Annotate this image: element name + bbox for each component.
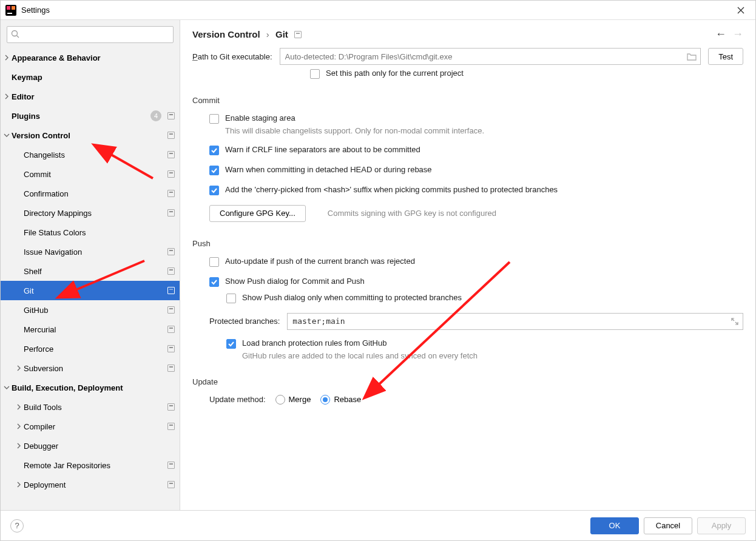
- tree-item-appearance-behavior[interactable]: Appearance & Behavior: [1, 48, 180, 67]
- protected-branches-input-wrap: [287, 313, 743, 330]
- show-push-protected-label: Show Push dialog only when committing to…: [242, 293, 462, 303]
- tree-item-plugins[interactable]: Plugins4: [1, 106, 180, 126]
- tree-item-changelists[interactable]: Changelists: [1, 145, 180, 164]
- tree-item-label: Confirmation: [24, 189, 165, 198]
- footer: ? OK Cancel Apply: [1, 510, 755, 540]
- ok-button[interactable]: OK: [590, 517, 639, 534]
- expand-icon[interactable]: [727, 318, 743, 325]
- tree-item-label: Appearance & Behavior: [12, 53, 175, 62]
- close-button[interactable]: [731, 1, 751, 20]
- tree-item-label: Issue Navigation: [24, 247, 165, 257]
- search-input[interactable]: [7, 26, 174, 43]
- warn-crlf-row: Warn if CRLF line separators are about t…: [209, 145, 743, 155]
- gpg-button[interactable]: Configure GPG Key...: [209, 205, 306, 222]
- auto-update-checkbox[interactable]: [209, 257, 219, 267]
- update-method-label: Update method:: [209, 395, 266, 404]
- project-scope-icon: [167, 170, 175, 178]
- tree-item-git[interactable]: Git: [1, 281, 180, 300]
- tree-item-remote-jar-repositories[interactable]: Remote Jar Repositories: [1, 455, 180, 475]
- breadcrumb-parent[interactable]: Version Control: [192, 29, 260, 39]
- tree-item-label: Deployment: [24, 480, 165, 489]
- tree-item-label: Build Tools: [24, 403, 165, 412]
- warn-crlf-checkbox[interactable]: [209, 146, 219, 155]
- window-title: Settings: [21, 5, 50, 15]
- tree-item-label: GitHub: [24, 306, 165, 315]
- tree-item-label: Directory Mappings: [24, 209, 165, 218]
- show-push-row: Show Push dialog for Commit and Push: [209, 277, 743, 287]
- tree-item-debugger[interactable]: Debugger: [1, 436, 180, 455]
- nav-back-icon[interactable]: ←: [715, 28, 726, 41]
- settings-window: Settings Appearance & BehaviorKeymapEdit…: [0, 0, 756, 541]
- rebase-label: Rebase: [334, 395, 361, 404]
- tree-item-label: Mercurial: [24, 325, 165, 334]
- git-path-row: Path to Git executable: Test: [192, 48, 743, 65]
- apply-button[interactable]: Apply: [697, 517, 746, 534]
- show-push-checkbox[interactable]: [209, 277, 219, 287]
- svg-rect-2: [12, 6, 15, 10]
- tree-item-shelf[interactable]: Shelf: [1, 261, 180, 281]
- show-push-protected-checkbox[interactable]: [226, 294, 236, 303]
- tree-item-label: Perforce: [24, 344, 165, 354]
- tree-item-compiler[interactable]: Compiler: [1, 417, 180, 436]
- warn-crlf-label: Warn if CRLF line separators are about t…: [225, 145, 420, 155]
- tree-item-commit[interactable]: Commit: [1, 164, 180, 184]
- chevron-right-icon: [14, 365, 24, 371]
- tree-item-github[interactable]: GitHub: [1, 300, 180, 320]
- warn-detached-row: Warn when committing in detached HEAD or…: [209, 165, 743, 175]
- cancel-button[interactable]: Cancel: [644, 517, 692, 534]
- tree-item-keymap[interactable]: Keymap: [1, 67, 180, 87]
- tree-item-mercurial[interactable]: Mercurial: [1, 320, 180, 339]
- tree-item-label: Compiler: [24, 422, 165, 431]
- cherry-pick-checkbox[interactable]: [209, 186, 219, 195]
- project-scope-icon: [167, 423, 175, 430]
- project-scope-icon: [294, 31, 302, 38]
- tree-item-perforce[interactable]: Perforce: [1, 339, 180, 358]
- tree-item-directory-mappings[interactable]: Directory Mappings: [1, 203, 180, 223]
- show-push-label: Show Push dialog for Commit and Push: [225, 277, 365, 287]
- tree-item-deployment[interactable]: Deployment: [1, 475, 180, 494]
- tree-item-file-status-colors[interactable]: File Status Colors: [1, 223, 180, 242]
- rebase-option[interactable]: Rebase: [320, 395, 361, 405]
- load-github-label: Load branch protection rules from GitHub: [242, 338, 478, 349]
- show-push-protected-row: Show Push dialog only when committing to…: [226, 293, 743, 303]
- project-scope-icon: [167, 287, 175, 294]
- project-scope-icon: [167, 306, 175, 314]
- load-github-checkbox[interactable]: [226, 339, 236, 349]
- merge-radio[interactable]: [275, 395, 285, 405]
- project-only-label: Set this path only for the current proje…: [326, 69, 464, 79]
- tree-item-label: Remote Jar Repositories: [24, 461, 165, 470]
- git-path-input[interactable]: [280, 49, 684, 64]
- update-method-row: Update method: Merge Rebase: [209, 395, 743, 405]
- tree-item-label: Subversion: [24, 364, 165, 373]
- project-scope-icon: [167, 462, 175, 469]
- search-field[interactable]: [7, 26, 174, 43]
- tree-item-label: Build, Execution, Deployment: [12, 383, 175, 392]
- tree-item-build-tools[interactable]: Build Tools: [1, 397, 180, 417]
- browse-folder-icon[interactable]: [683, 52, 700, 61]
- tree-item-confirmation[interactable]: Confirmation: [1, 184, 180, 203]
- warn-detached-checkbox[interactable]: [209, 166, 219, 175]
- staging-checkbox[interactable]: [209, 114, 219, 124]
- merge-label: Merge: [289, 395, 311, 404]
- project-scope-icon: [167, 132, 175, 139]
- tree-item-build-execution-deployment[interactable]: Build, Execution, Deployment: [1, 378, 180, 397]
- tree-item-editor[interactable]: Editor: [1, 87, 180, 106]
- settings-tree[interactable]: Appearance & BehaviorKeymapEditorPlugins…: [1, 48, 180, 510]
- tree-item-label: Shelf: [24, 267, 165, 276]
- tree-item-label: Commit: [24, 170, 165, 179]
- project-scope-icon: [167, 151, 175, 158]
- merge-option[interactable]: Merge: [275, 395, 311, 405]
- tree-item-label: Plugins: [12, 112, 150, 121]
- tree-item-subversion[interactable]: Subversion: [1, 358, 180, 378]
- test-button[interactable]: Test: [708, 48, 743, 65]
- load-github-row: Load branch protection rules from GitHub…: [226, 338, 743, 360]
- protected-branches-input[interactable]: [288, 314, 727, 329]
- project-only-checkbox[interactable]: [310, 69, 320, 79]
- content-area: Path to Git executable: Test Set this pa…: [180, 48, 755, 510]
- tree-item-version-control[interactable]: Version Control: [1, 126, 180, 145]
- tree-item-label: Changelists: [24, 150, 165, 160]
- rebase-radio[interactable]: [320, 395, 330, 405]
- tree-item-issue-navigation[interactable]: Issue Navigation: [1, 242, 180, 261]
- help-button[interactable]: ?: [10, 519, 24, 533]
- svg-rect-1: [7, 6, 10, 10]
